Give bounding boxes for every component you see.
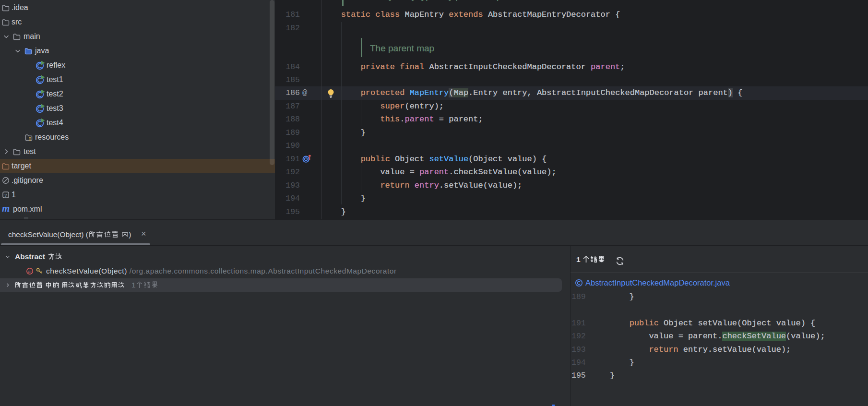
svg-text:?: ? <box>4 192 7 198</box>
svg-text:m: m <box>28 269 32 274</box>
